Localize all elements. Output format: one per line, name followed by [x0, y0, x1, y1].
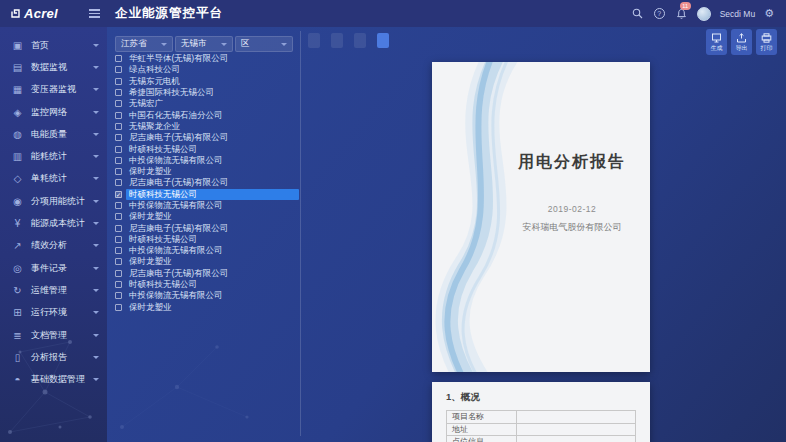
nav-item-label: 分析报告	[31, 351, 93, 364]
nav-item-icon: ◈	[11, 107, 24, 118]
report-range-button[interactable]	[377, 33, 389, 48]
nav-item-icon: ◎	[11, 263, 24, 274]
nav-item-icon: ↻	[11, 285, 24, 296]
company-row[interactable]: 绿点科技公司	[115, 64, 299, 75]
sidebar-item-transformer-monitor[interactable]: ▦ 变压器监视	[0, 79, 107, 101]
sidebar-item-document-management[interactable]: ≣ 文档管理	[0, 324, 107, 346]
chevron-down-icon	[93, 267, 99, 270]
notifications-bell-icon[interactable]: 11	[675, 7, 688, 20]
username[interactable]: Secdi Mu	[720, 9, 755, 19]
checkbox[interactable]	[115, 225, 122, 232]
checkbox[interactable]	[115, 270, 122, 277]
chevron-down-icon	[93, 177, 99, 180]
company-row[interactable]: 中投保物流无锡有限公司	[115, 200, 299, 211]
settings-gear-icon[interactable]: ⚙	[764, 8, 774, 19]
checkbox[interactable]	[115, 202, 122, 209]
sidebar-item-data-monitor[interactable]: ▤ 数据监视	[0, 56, 107, 78]
checkbox[interactable]	[115, 168, 122, 175]
company-row[interactable]: 保时龙塑业	[115, 302, 299, 313]
print-button[interactable]: 打印	[756, 29, 777, 55]
company-row[interactable]: 中投保物流无锡有限公司	[115, 290, 299, 301]
company-row[interactable]: 尼吉康电子(无锡)有限公司	[115, 132, 299, 143]
sidebar-item-home[interactable]: ▣ 首页	[0, 34, 107, 56]
checkbox[interactable]	[115, 100, 122, 107]
company-row[interactable]: 保时龙塑业	[115, 256, 299, 267]
table-row-label: 地址	[447, 423, 517, 436]
sidebar-item-power-quality[interactable]: ◍ 电能质量	[0, 123, 107, 145]
print-icon	[761, 33, 772, 43]
sidebar-item-energy-cost-stats[interactable]: ¥ 能源成本统计	[0, 212, 107, 234]
checkbox[interactable]	[115, 78, 122, 85]
chevron-down-icon	[93, 133, 99, 136]
company-row[interactable]: 保时龙塑业	[115, 211, 299, 222]
company-name: 保时龙塑业	[126, 256, 175, 267]
checkbox[interactable]	[115, 304, 122, 311]
company-row[interactable]: 无锡宏广	[115, 98, 299, 109]
checkbox[interactable]	[115, 292, 122, 299]
checkbox[interactable]	[115, 236, 122, 243]
sidebar-item-basic-data-management[interactable]: ◓ 基础数据管理	[0, 368, 107, 390]
generate-button[interactable]: 生成	[706, 29, 727, 55]
nav-item-icon: ▤	[11, 62, 24, 73]
checkbox[interactable]	[115, 134, 122, 141]
company-row[interactable]: 无锡东元电机	[115, 76, 299, 87]
company-row[interactable]: 尼吉康电子(无锡)有限公司	[115, 177, 299, 188]
help-icon[interactable]: ?	[653, 7, 666, 20]
report-range-button[interactable]	[354, 33, 366, 48]
checkbox[interactable]	[115, 55, 122, 62]
checkbox[interactable]	[115, 213, 122, 220]
sidebar-item-analysis-report[interactable]: ▯ 分析报告	[0, 346, 107, 368]
company-row[interactable]: 尼吉康电子(无锡)有限公司	[115, 268, 299, 279]
table-row-label: 点位信息	[447, 436, 517, 442]
checkbox[interactable]	[115, 258, 122, 265]
company-row[interactable]: 华虹半导体(无锡)有限公司	[115, 53, 299, 64]
checkbox[interactable]	[115, 281, 122, 288]
company-row[interactable]: 时硕科技无锡公司	[115, 279, 299, 290]
province-select[interactable]: 江苏省	[115, 36, 173, 52]
sidebar-item-subentry-energy-stats[interactable]: ◉ 分项用能统计	[0, 190, 107, 212]
checkbox[interactable]	[115, 66, 122, 73]
checkbox[interactable]: ✓	[115, 191, 122, 198]
company-row[interactable]: 无锡聚龙企业	[115, 121, 299, 132]
checkbox[interactable]	[115, 179, 122, 186]
sidebar-item-performance-analysis[interactable]: ↗ 绩效分析	[0, 235, 107, 257]
user-avatar[interactable]	[697, 7, 711, 21]
sidebar-item-monitoring-network[interactable]: ◈ 监控网络	[0, 101, 107, 123]
sidebar-item-operating-environment[interactable]: ⊞ 运行环境	[0, 302, 107, 324]
company-name: 保时龙塑业	[126, 211, 175, 222]
checkbox[interactable]	[115, 89, 122, 96]
company-row[interactable]: 中投保物流无锡有限公司	[115, 155, 299, 166]
sidebar-item-energy-stats[interactable]: ▥ 能耗统计	[0, 145, 107, 167]
checkbox[interactable]	[115, 112, 122, 119]
company-name: 中投保物流无锡有限公司	[126, 200, 226, 211]
menu-toggle-icon[interactable]	[89, 9, 100, 18]
chevron-down-icon	[93, 66, 99, 69]
sidebar-item-event-log[interactable]: ◎ 事件记录	[0, 257, 107, 279]
company-row[interactable]: 中国石化无锡石油分公司	[115, 109, 299, 120]
company-row[interactable]: 尼吉康电子(无锡)有限公司	[115, 222, 299, 233]
company-row[interactable]: 中投保物流无锡有限公司	[115, 245, 299, 256]
district-select[interactable]: 区	[235, 36, 293, 52]
export-icon	[736, 33, 747, 43]
company-name: 尼吉康电子(无锡)有限公司	[126, 223, 231, 234]
checkbox[interactable]	[115, 157, 122, 164]
company-row[interactable]: 保时龙塑业	[115, 166, 299, 177]
company-row[interactable]: ✓ 时硕科技无锡公司	[115, 189, 299, 200]
company-row[interactable]: 希捷国际科技无锡公司	[115, 87, 299, 98]
checkbox[interactable]	[115, 247, 122, 254]
search-icon[interactable]	[631, 7, 644, 20]
city-select[interactable]: 无锡市	[175, 36, 233, 52]
report-range-button[interactable]	[308, 33, 320, 48]
export-button[interactable]: 导出	[731, 29, 752, 55]
report-range-button[interactable]	[331, 33, 343, 48]
sidebar-item-ops-management[interactable]: ↻ 运维管理	[0, 279, 107, 301]
company-row[interactable]: 时硕科技无锡公司	[115, 143, 299, 154]
nav-item-label: 运行环境	[31, 306, 93, 319]
nav-item-icon: ◓	[11, 374, 24, 385]
checkbox[interactable]	[115, 123, 122, 130]
chevron-down-icon	[93, 44, 99, 47]
checkbox[interactable]	[115, 146, 122, 153]
nav-item-icon: ↗	[11, 240, 24, 251]
sidebar-item-unit-consumption[interactable]: ◇ 单耗统计	[0, 168, 107, 190]
company-row[interactable]: 时硕科技无锡公司	[115, 234, 299, 245]
